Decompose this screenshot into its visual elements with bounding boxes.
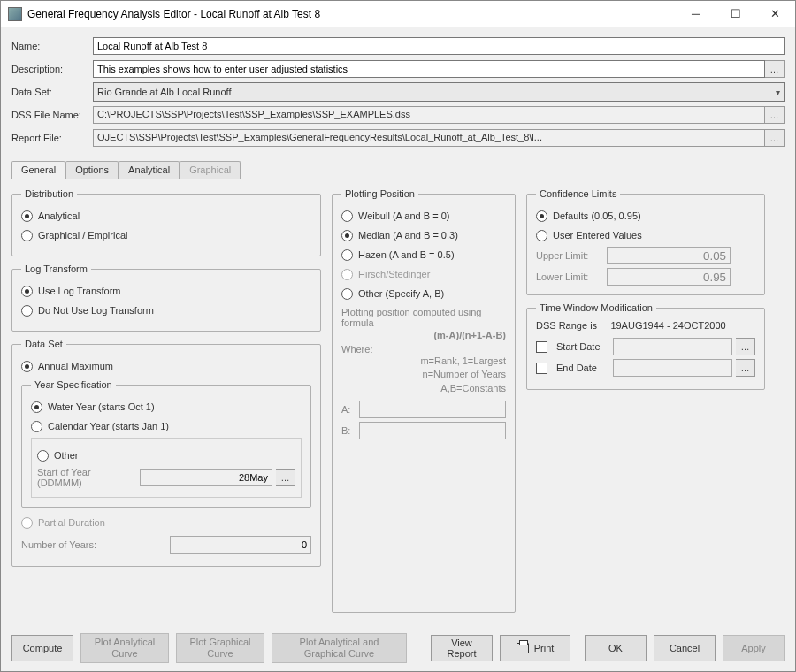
weibull-label: Weibull (A and B = 0) xyxy=(358,210,449,221)
a-label: A: xyxy=(341,404,354,415)
confidence-limits-group: Confidence Limits Defaults (0.05, 0.95) … xyxy=(526,188,765,295)
name-label: Name: xyxy=(11,41,93,51)
end-date-checkbox[interactable] xyxy=(536,363,547,374)
hirsch-radio xyxy=(341,269,353,280)
where-line-1: m=Rank, 1=Largest xyxy=(341,355,506,368)
compute-button[interactable]: Compute xyxy=(11,635,73,661)
where-line-3: A,B=Constants xyxy=(341,382,506,395)
name-input[interactable] xyxy=(93,37,785,55)
lower-limit-input xyxy=(607,268,731,286)
water-year-label: Water Year (starts Oct 1) xyxy=(48,401,155,412)
end-date-picker-button[interactable]: … xyxy=(736,359,755,377)
use-log-transform-radio[interactable] xyxy=(21,286,33,297)
ok-button[interactable]: OK xyxy=(585,635,647,661)
annual-maximum-label: Annual Maximum xyxy=(38,361,113,371)
no-log-transform-radio[interactable] xyxy=(21,305,33,317)
distribution-graphical-radio[interactable] xyxy=(21,230,33,241)
close-button[interactable]: ✕ xyxy=(755,1,795,27)
log-transform-group: Log Transform Use Log Transform Do Not U… xyxy=(11,263,321,332)
plotting-formula: (m-A)/(n+1-A-B) xyxy=(341,330,506,340)
year-specification-legend: Year Specification xyxy=(31,379,116,390)
report-file-browse-button[interactable]: … xyxy=(765,129,785,147)
printer-icon xyxy=(517,643,529,653)
column-right: Confidence Limits Defaults (0.05, 0.95) … xyxy=(526,188,765,620)
tab-options[interactable]: Options xyxy=(65,161,119,179)
print-label: Print xyxy=(534,643,555,653)
print-button[interactable]: Print xyxy=(500,635,570,661)
dss-range-label: DSS Range is xyxy=(536,320,597,331)
dss-file-field: C:\PROJECTS\SSP\Projects\Test\SSP_Exampl… xyxy=(93,106,765,124)
start-date-checkbox[interactable] xyxy=(536,341,547,353)
distribution-analytical-label: Analytical xyxy=(38,210,80,221)
dataset-combo-value: Rio Grande at Alb Local Runoff xyxy=(97,87,231,97)
dss-range-value: 19AUG1944 - 24OCT2000 xyxy=(610,320,725,331)
description-label: Description: xyxy=(11,64,93,74)
annual-maximum-radio[interactable] xyxy=(21,361,33,372)
end-date-input xyxy=(613,359,732,377)
description-input[interactable] xyxy=(93,60,765,78)
window-title: General Frequency Analysis Editor - Loca… xyxy=(27,8,676,20)
partial-duration-radio xyxy=(21,517,33,529)
plot-both-curves-button: Plot Analytical and Graphical Curve xyxy=(272,633,407,663)
plot-analytical-curve-button: Plot Analytical Curve xyxy=(80,633,169,663)
confidence-defaults-label: Defaults (0.05, 0.95) xyxy=(553,210,641,221)
description-ellipsis-button[interactable]: … xyxy=(765,60,785,78)
other-year-radio[interactable] xyxy=(37,450,49,462)
tab-analytical[interactable]: Analytical xyxy=(119,161,180,179)
confidence-user-radio[interactable] xyxy=(536,230,547,241)
other-plotting-label: Other (Specify A, B) xyxy=(358,288,444,299)
upper-limit-label: Upper Limit: xyxy=(536,250,607,261)
time-window-group: Time Window Modification DSS Range is 19… xyxy=(526,302,765,390)
start-date-input xyxy=(613,338,732,355)
data-set-group: Data Set Annual Maximum Year Specificati… xyxy=(11,339,321,567)
chevron-down-icon: ▾ xyxy=(776,88,780,97)
lower-limit-label: Lower Limit: xyxy=(536,271,607,282)
distribution-analytical-radio[interactable] xyxy=(21,210,33,222)
start-of-year-picker-button[interactable]: … xyxy=(276,469,295,486)
use-log-transform-label: Use Log Transform xyxy=(38,286,121,296)
dataset-label: Data Set: xyxy=(11,87,93,97)
dataset-combo[interactable]: Rio Grande at Alb Local Runoff ▾ xyxy=(93,82,785,102)
hazen-label: Hazen (A and B = 0.5) xyxy=(358,249,455,260)
plotting-computed-text: Plotting position computed using formula xyxy=(341,307,506,328)
header-form: Name: Description: … Data Set: Rio Grand… xyxy=(1,27,795,155)
time-window-legend: Time Window Modification xyxy=(536,302,656,313)
dss-file-browse-button[interactable]: … xyxy=(765,106,785,124)
report-file-field: OJECTS\SSP\Projects\Test\SSP_Examples\Ge… xyxy=(93,129,765,147)
water-year-radio[interactable] xyxy=(31,401,42,413)
app-icon xyxy=(8,7,22,21)
titlebar: General Frequency Analysis Editor - Loca… xyxy=(1,1,795,27)
cancel-button[interactable]: Cancel xyxy=(654,635,716,661)
calendar-year-radio[interactable] xyxy=(31,421,42,432)
other-plotting-radio[interactable] xyxy=(341,288,353,300)
confidence-defaults-radio[interactable] xyxy=(536,210,547,222)
view-report-button[interactable]: View Report xyxy=(431,635,493,661)
number-of-years-input xyxy=(170,536,311,554)
hazen-radio[interactable] xyxy=(341,249,353,261)
b-label: B: xyxy=(341,425,354,436)
where-line-2: n=Number of Years xyxy=(341,368,506,381)
hirsch-label: Hirsch/Stedinger xyxy=(358,269,430,279)
tab-bar: General Options Analytical Graphical xyxy=(1,160,795,179)
b-input xyxy=(359,422,506,439)
app-window: General Frequency Analysis Editor - Loca… xyxy=(0,0,796,672)
weibull-radio[interactable] xyxy=(341,210,353,222)
other-year-label: Other xyxy=(54,450,79,461)
maximize-button[interactable]: ☐ xyxy=(716,1,755,27)
general-panel: Distribution Analytical Graphical / Empi… xyxy=(1,179,795,629)
start-date-picker-button[interactable]: … xyxy=(736,338,755,355)
dss-file-label: DSS File Name: xyxy=(11,110,93,120)
year-specification-group: Year Specification Water Year (starts Oc… xyxy=(21,379,311,508)
plotting-position-legend: Plotting Position xyxy=(341,188,418,199)
number-of-years-label: Number of Years: xyxy=(21,539,166,550)
where-label: Where: xyxy=(341,344,506,355)
no-log-transform-label: Do Not Use Log Transform xyxy=(38,305,154,316)
distribution-group: Distribution Analytical Graphical / Empi… xyxy=(11,188,321,256)
start-date-label: Start Date xyxy=(556,341,609,352)
column-middle: Plotting Position Weibull (A and B = 0) … xyxy=(332,188,516,620)
minimize-button[interactable]: ─ xyxy=(676,1,716,27)
tab-general[interactable]: General xyxy=(11,161,65,179)
median-radio[interactable] xyxy=(341,230,353,241)
plotting-position-group: Plotting Position Weibull (A and B = 0) … xyxy=(332,188,516,613)
distribution-legend: Distribution xyxy=(21,188,77,199)
